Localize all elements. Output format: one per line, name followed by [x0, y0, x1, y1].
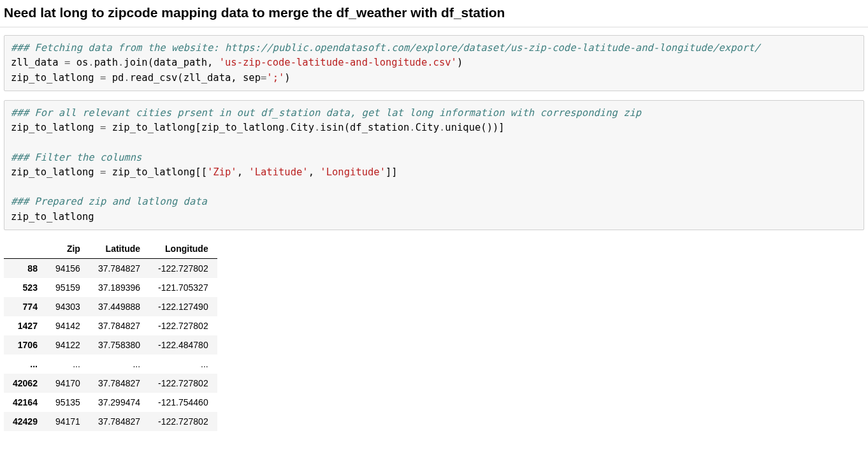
table-row: 523 95159 37.189396 -121.705327: [4, 278, 217, 297]
cell-lon: -122.484780: [149, 335, 217, 355]
cell-zip: 95159: [47, 278, 89, 297]
cell-lat: 37.784827: [89, 374, 149, 393]
code-token: pd: [106, 72, 124, 84]
cell-lon: ...: [149, 355, 217, 374]
code-token: read_csv(zll_data, sep: [130, 72, 261, 84]
code-token: zip_to_latlong[[: [106, 166, 207, 178]
code-string: 'Longitude': [320, 166, 386, 178]
cell-zip: 94170: [47, 374, 89, 393]
code-token: zip_to_latlong: [11, 166, 100, 178]
code-comment: ### For all relevant cities prsent in ou…: [11, 107, 641, 119]
code-operator: =: [100, 166, 106, 178]
table-row: 42164 95135 37.299474 -121.754460: [4, 393, 217, 412]
cell-zip: 94156: [47, 258, 89, 278]
cell-zip: 94122: [47, 335, 89, 355]
code-token: isin(df_station: [320, 122, 409, 133]
code-token: City: [416, 122, 439, 133]
code-token: City: [291, 122, 314, 133]
code-operator: .: [439, 122, 445, 133]
row-index: 42164: [4, 393, 47, 412]
code-string: 'Zip': [207, 166, 237, 178]
cell-lat: 37.449888: [89, 297, 149, 316]
row-index: 1427: [4, 316, 47, 335]
table-row: 42429 94171 37.784827 -122.727802: [4, 412, 217, 431]
cell-zip: 94303: [47, 297, 89, 316]
table-row-ellipsis: ... ... ... ...: [4, 355, 217, 374]
cell-zip: 94171: [47, 412, 89, 431]
cell-lon: -122.727802: [149, 374, 217, 393]
code-token: path: [94, 57, 118, 68]
dataframe-table: Zip Latitude Longitude 88 94156 37.78482…: [4, 239, 217, 431]
row-index: 523: [4, 278, 47, 297]
code-token: ,: [237, 166, 249, 178]
code-token: ): [284, 72, 290, 84]
code-operator: .: [88, 57, 94, 68]
cell-lat: 37.784827: [89, 412, 149, 431]
markdown-heading: Need lat long to zipcode mapping data to…: [4, 5, 868, 20]
cell-lon: -122.727802: [149, 412, 217, 431]
table-row: 1427 94142 37.784827 -122.727802: [4, 316, 217, 335]
table-header-row: Zip Latitude Longitude: [4, 239, 217, 259]
code-token: ,: [308, 166, 321, 178]
code-operator: =: [64, 57, 70, 68]
code-operator: =: [100, 122, 106, 133]
table-header: Latitude: [89, 239, 149, 259]
code-operator: =: [100, 72, 106, 84]
cell-lon: -122.127490: [149, 297, 217, 316]
table-header-index: [4, 239, 47, 259]
code-token: ]]: [386, 166, 398, 178]
code-operator: .: [118, 57, 124, 68]
code-token: os: [70, 57, 88, 68]
row-index: 88: [4, 258, 47, 278]
code-token: zip_to_latlong[zip_to_latlong: [106, 122, 284, 133]
code-cell-1[interactable]: ### Fetching data from the website: http…: [4, 35, 864, 91]
code-operator: .: [124, 72, 129, 84]
cell-lon: -122.727802: [149, 316, 217, 335]
code-token: unique())]: [445, 122, 504, 133]
code-operator: .: [409, 122, 415, 133]
row-index: 774: [4, 297, 47, 316]
cell-lat: 37.299474: [89, 393, 149, 412]
code-operator: =: [261, 72, 266, 84]
cell-output: Zip Latitude Longitude 88 94156 37.78482…: [4, 239, 868, 431]
cell-lat: ...: [89, 355, 149, 374]
table-row: 774 94303 37.449888 -122.127490: [4, 297, 217, 316]
code-string: 'us-zip-code-latitude-and-longitude.csv': [219, 57, 457, 68]
cell-lon: -122.727802: [149, 258, 217, 278]
code-token: zip_to_latlong: [11, 122, 100, 133]
table-header: Zip: [47, 239, 89, 259]
heading-rule: [0, 27, 868, 27]
cell-lon: -121.705327: [149, 278, 217, 297]
code-token: join(data_path,: [124, 57, 219, 68]
cell-zip: ...: [47, 355, 89, 374]
cell-lat: 37.784827: [89, 258, 149, 278]
code-comment: ### Fetching data from the website: http…: [11, 42, 760, 54]
table-row: 88 94156 37.784827 -122.727802: [4, 258, 217, 278]
table-row: 1706 94122 37.758380 -122.484780: [4, 335, 217, 355]
code-cell-2[interactable]: ### For all relevant cities prsent in ou…: [4, 100, 864, 230]
cell-lat: 37.784827: [89, 316, 149, 335]
row-index: ...: [4, 355, 47, 374]
cell-lon: -121.754460: [149, 393, 217, 412]
cell-zip: 95135: [47, 393, 89, 412]
code-string: 'Latitude': [249, 166, 308, 178]
cell-lat: 37.189396: [89, 278, 149, 297]
code-string: ';': [266, 72, 284, 84]
cell-lat: 37.758380: [89, 335, 149, 355]
notebook-container: Need lat long to zipcode mapping data to…: [0, 5, 868, 431]
code-token: zip_to_latlong: [11, 211, 94, 223]
code-token: zll_data: [11, 57, 64, 68]
row-index: 42429: [4, 412, 47, 431]
row-index: 1706: [4, 335, 47, 355]
code-operator: .: [314, 122, 320, 133]
row-index: 42062: [4, 374, 47, 393]
cell-zip: 94142: [47, 316, 89, 335]
code-comment: ### Filter the columns: [11, 152, 141, 163]
code-comment: ### Prepared zip and latlong data: [11, 196, 207, 207]
table-header: Longitude: [149, 239, 217, 259]
table-row: 42062 94170 37.784827 -122.727802: [4, 374, 217, 393]
code-operator: .: [284, 122, 290, 133]
code-token: zip_to_latlong: [11, 72, 100, 84]
code-token: ): [457, 57, 463, 68]
